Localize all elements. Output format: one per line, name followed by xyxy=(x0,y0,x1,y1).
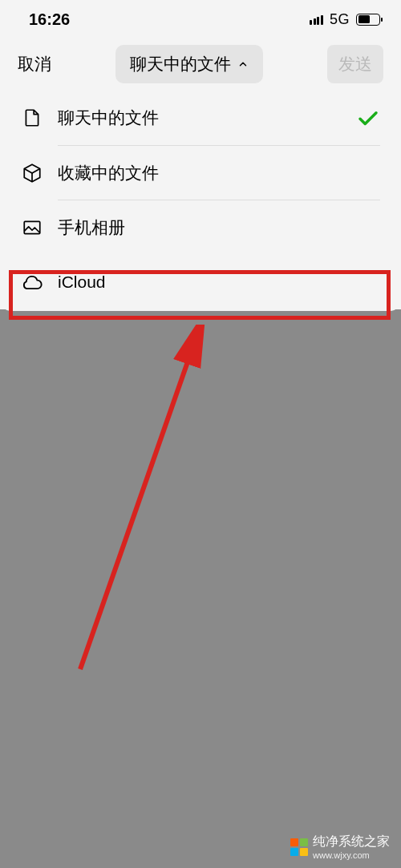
picker-header: 取消 聊天中的文件 发送 xyxy=(0,38,401,90)
cancel-button[interactable]: 取消 xyxy=(18,53,51,75)
picker-sheet: 16:26 5G 取消 聊天中的文件 发送 聊天中的文件 xyxy=(0,0,401,311)
svg-rect-0 xyxy=(24,221,40,233)
status-bar: 16:26 5G xyxy=(0,0,401,38)
status-right: 5G xyxy=(310,11,380,28)
menu-item-label: 收藏中的文件 xyxy=(58,162,380,184)
watermark-url: www.wjxy.com xyxy=(313,850,390,860)
menu-item-photos[interactable]: 手机相册 xyxy=(0,200,401,255)
menu-item-label: iCloud xyxy=(58,273,380,292)
annotation-arrow xyxy=(64,325,225,677)
watermark-text: 纯净系统之家 xyxy=(313,834,390,850)
source-menu: 聊天中的文件 收藏中的文件 手机相册 iCloud xyxy=(0,90,401,309)
battery-icon xyxy=(356,14,380,26)
image-icon xyxy=(21,216,43,239)
file-icon xyxy=(21,107,43,129)
send-button[interactable]: 发送 xyxy=(327,45,383,83)
chevron-up-icon xyxy=(237,59,249,70)
svg-line-2 xyxy=(80,337,196,669)
network-label: 5G xyxy=(330,11,350,28)
check-icon xyxy=(356,106,380,130)
menu-item-favorites[interactable]: 收藏中的文件 xyxy=(0,146,401,200)
signal-icon xyxy=(310,14,323,25)
source-dropdown[interactable]: 聊天中的文件 xyxy=(115,45,263,83)
watermark: 纯净系统之家 www.wjxy.com xyxy=(290,834,390,860)
source-dropdown-label: 聊天中的文件 xyxy=(130,53,231,75)
menu-item-label: 聊天中的文件 xyxy=(58,107,356,129)
status-time: 16:26 xyxy=(29,10,70,29)
cube-icon xyxy=(21,162,43,184)
menu-item-label: 手机相册 xyxy=(58,216,380,239)
watermark-logo-icon xyxy=(290,838,308,856)
menu-item-chat-files[interactable]: 聊天中的文件 xyxy=(0,90,401,146)
menu-item-icloud[interactable]: iCloud xyxy=(0,255,401,309)
cloud-icon xyxy=(21,271,43,293)
